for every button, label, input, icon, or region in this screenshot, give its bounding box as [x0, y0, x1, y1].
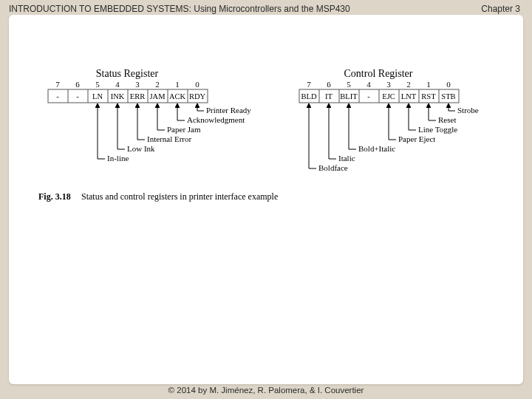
- control-bit-numbers: 7 6 5 4 3 2 1 0: [307, 80, 451, 89]
- svg-text:INK: INK: [111, 92, 125, 100]
- svg-text:ERR: ERR: [130, 92, 145, 100]
- figure-3-18: Status Register 7 6 5 4 3 2 1 0 - - LN I…: [24, 66, 508, 244]
- svg-text:3: 3: [135, 80, 140, 89]
- status-title: Status Register: [96, 68, 159, 79]
- control-desc-bld: Boldface: [318, 163, 348, 172]
- svg-text:LNT: LNT: [401, 92, 417, 100]
- svg-text:0: 0: [195, 80, 200, 89]
- svg-text:JAM: JAM: [149, 92, 166, 100]
- svg-text:2: 2: [406, 80, 411, 89]
- svg-text:1: 1: [426, 80, 431, 89]
- svg-text:STB: STB: [441, 92, 455, 100]
- status-desc-err: Internal Error: [147, 134, 191, 143]
- svg-text:-: -: [367, 92, 370, 100]
- control-desc-blit: Bold+Italic: [358, 144, 395, 153]
- control-register-cells: BLD IT BLIT - EJC LNT RST STB: [299, 89, 459, 103]
- svg-text:-: -: [76, 92, 79, 100]
- svg-text:6: 6: [327, 80, 331, 89]
- control-desc-ejc: Paper Eject: [398, 134, 435, 143]
- control-title: Control Register: [344, 68, 413, 79]
- svg-text:4: 4: [366, 80, 371, 89]
- figure-caption-text: Status and control registers in printer …: [81, 191, 278, 202]
- status-desc-jam: Paper Jam: [167, 125, 201, 134]
- svg-text:BLD: BLD: [301, 92, 317, 100]
- status-desc-ack: Acknowledgment: [187, 115, 245, 124]
- svg-text:ACK: ACK: [169, 92, 186, 100]
- svg-text:2: 2: [155, 80, 160, 89]
- svg-text:BLIT: BLIT: [340, 92, 358, 100]
- svg-text:-: -: [56, 92, 59, 100]
- chapter-label: Chapter 3: [481, 4, 520, 14]
- svg-text:RST: RST: [421, 92, 436, 100]
- control-desc-lnt: Line Toggle: [418, 125, 457, 134]
- page-body: Status Register 7 6 5 4 3 2 1 0 - - LN I…: [9, 15, 523, 384]
- control-desc-rst: Reset: [438, 115, 456, 124]
- status-bit-numbers: 7 6 5 4 3 2 1 0: [55, 80, 200, 89]
- figure-caption-bold: Fig. 3.18: [38, 191, 71, 202]
- status-desc-ink: Low Ink: [127, 144, 155, 153]
- svg-text:0: 0: [446, 80, 451, 89]
- control-desc-it: Italic: [338, 154, 355, 163]
- svg-text:7: 7: [55, 80, 60, 89]
- svg-text:EJC: EJC: [382, 92, 395, 100]
- svg-text:7: 7: [307, 80, 311, 89]
- book-title: INTRODUCTION TO EMBEDDED SYSTEMS: Using …: [9, 4, 350, 14]
- status-desc-rdy: Printer Ready: [206, 106, 251, 115]
- svg-text:4: 4: [115, 80, 120, 89]
- svg-text:RDY: RDY: [189, 92, 206, 100]
- status-desc-ln: In-line: [107, 154, 129, 163]
- status-register-cells: - - LN INK ERR JAM ACK RDY: [48, 89, 208, 103]
- svg-text:1: 1: [175, 80, 180, 89]
- control-desc-stb: Strobe: [457, 106, 479, 115]
- copyright-footer: © 2014 by M. Jiménez, R. Palomera, & I. …: [9, 386, 523, 395]
- svg-text:5: 5: [95, 80, 100, 89]
- svg-text:IT: IT: [325, 92, 332, 100]
- svg-text:6: 6: [75, 80, 80, 89]
- svg-text:5: 5: [347, 80, 351, 89]
- svg-text:3: 3: [386, 80, 391, 89]
- svg-text:LN: LN: [92, 92, 103, 100]
